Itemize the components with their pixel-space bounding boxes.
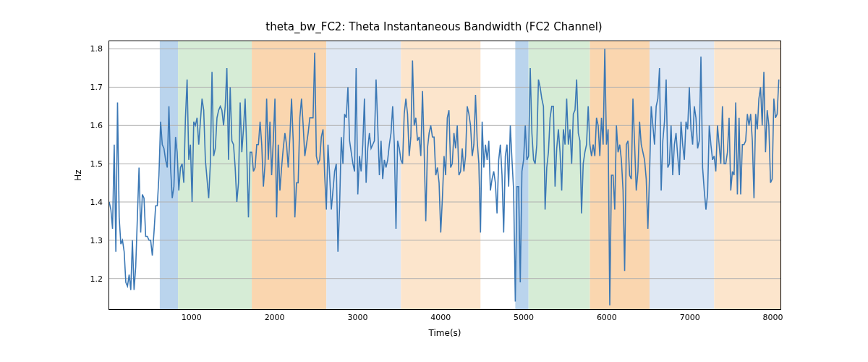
- line-series: [109, 41, 780, 309]
- y-tick-label: 1.3: [81, 236, 103, 245]
- axes: [109, 41, 781, 310]
- x-tick-label: 6000: [597, 313, 617, 322]
- series-line: [109, 49, 779, 306]
- x-tick-label: 1000: [182, 313, 202, 322]
- x-tick-label: 3000: [347, 313, 367, 322]
- chart-title: theta_bw_FC2: Theta Instantaneous Bandwi…: [0, 20, 868, 33]
- x-tick-label: 2000: [265, 313, 285, 322]
- x-tick-label: 4000: [430, 313, 451, 322]
- x-axis-label: Time(s): [429, 328, 461, 338]
- x-tick-label: 8000: [763, 313, 783, 322]
- x-tick-label: 5000: [514, 313, 534, 322]
- y-tick-label: 1.4: [81, 198, 103, 207]
- y-tick-label: 1.6: [81, 120, 103, 130]
- x-tick-label: 7000: [680, 313, 700, 322]
- y-tick-label: 1.2: [81, 274, 103, 284]
- chart-figure: theta_bw_FC2: Theta Instantaneous Bandwi…: [0, 0, 868, 362]
- y-axis-label: Hz: [73, 169, 83, 180]
- y-tick-label: 1.5: [81, 159, 103, 169]
- y-tick-label: 1.8: [81, 43, 103, 53]
- y-tick-label: 1.7: [81, 82, 103, 91]
